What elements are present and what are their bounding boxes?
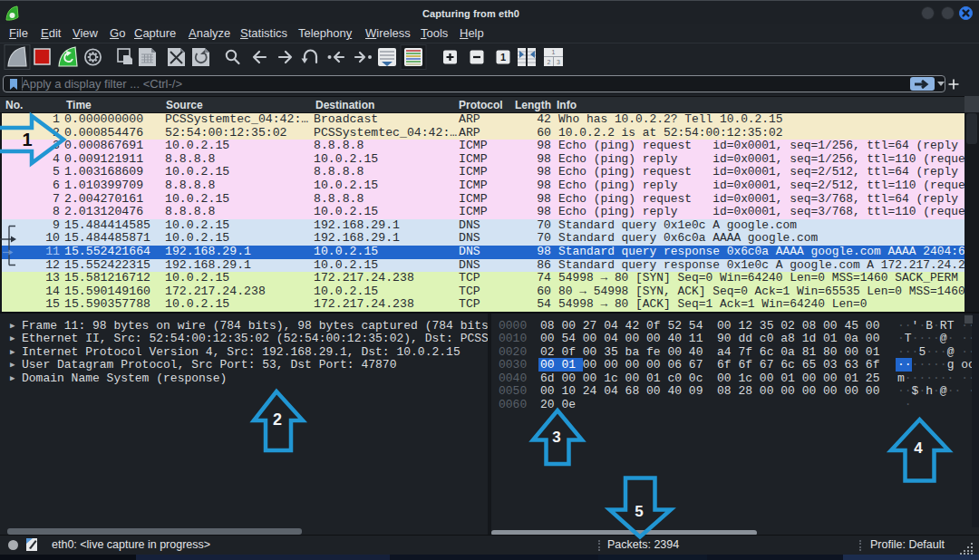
svg-text:3: 3 — [557, 59, 560, 65]
svg-text:1: 1 — [500, 52, 506, 63]
svg-text:2: 2 — [548, 59, 551, 65]
svg-text:1: 1 — [552, 49, 556, 55]
